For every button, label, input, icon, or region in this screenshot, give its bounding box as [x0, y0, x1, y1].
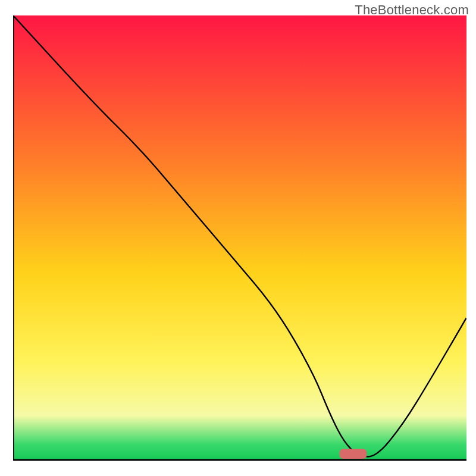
gradient-background — [13, 15, 466, 460]
chart-container — [13, 15, 466, 465]
optimal-marker — [340, 449, 367, 459]
watermark-text: TheBottleneck.com — [355, 2, 469, 18]
chart-svg — [13, 15, 466, 465]
